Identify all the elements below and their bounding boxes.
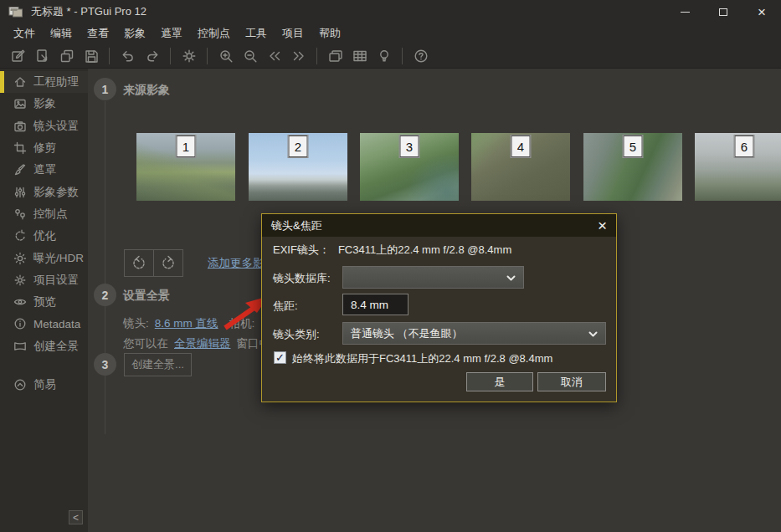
- source-image-thumbnail[interactable]: 2: [249, 133, 347, 201]
- undo-button[interactable]: [116, 45, 140, 67]
- toolbar-separator: [316, 48, 317, 64]
- image-icon: [13, 97, 27, 110]
- menu-edit[interactable]: 编辑: [43, 26, 80, 41]
- remember-data-checkbox[interactable]: ✓: [274, 351, 286, 364]
- sidebar-item-mask[interactable]: 遮罩: [0, 159, 88, 181]
- image-number-badge: 4: [511, 136, 531, 157]
- focal-length-input[interactable]: [342, 294, 408, 315]
- panorama-editor-link[interactable]: 全景编辑器: [174, 336, 231, 351]
- detail-viewer-button[interactable]: [347, 45, 372, 67]
- yes-button[interactable]: 是: [466, 372, 533, 391]
- sidebar-item-image-parameters[interactable]: 影象参数: [0, 181, 88, 202]
- zoom-in-icon: [218, 48, 234, 64]
- window-controls: ×: [665, 0, 781, 23]
- lens-type-dropdown[interactable]: 普通镜头 （不是鱼眼）: [342, 322, 606, 345]
- lens-type-value: 普通镜头 （不是鱼眼）: [351, 326, 463, 341]
- zoom-out-button[interactable]: [238, 45, 262, 67]
- sidebar-item-label: 项目设置: [33, 273, 79, 288]
- menu-view[interactable]: 查看: [80, 26, 116, 41]
- undo-icon: [120, 48, 136, 64]
- lens-database-label: 镜头数据库:: [273, 271, 331, 286]
- sidebar-item-crop[interactable]: 修剪: [0, 137, 88, 159]
- duplicate-project-button[interactable]: [54, 45, 79, 67]
- sidebar-item-label: 镜头设置: [33, 119, 79, 134]
- menu-project[interactable]: 项目: [275, 26, 311, 41]
- panorama-editor-icon: [327, 48, 344, 64]
- redo-icon: [144, 48, 161, 64]
- cancel-button[interactable]: 取消: [537, 372, 606, 391]
- close-button[interactable]: ×: [742, 0, 781, 23]
- dialog-close-button[interactable]: ×: [588, 217, 607, 233]
- sidebar-item-project-assistant[interactable]: 工程助理: [0, 71, 88, 93]
- lens-settings-link[interactable]: 8.6 mm 直线: [155, 316, 218, 331]
- toolbar-separator: [207, 48, 208, 64]
- next-image-button[interactable]: [286, 45, 311, 67]
- toolbar-separator: [170, 48, 171, 64]
- dialog-title-bar[interactable]: 镜头&焦距 ×: [262, 214, 616, 237]
- source-image-thumbnail[interactable]: 3: [360, 133, 459, 201]
- sidebar-item-simple-mode[interactable]: 简易: [0, 374, 88, 396]
- rotate-button-group: [124, 249, 183, 277]
- minimize-icon: [681, 12, 690, 13]
- menu-mask[interactable]: 遮罩: [153, 26, 190, 41]
- menu-tools[interactable]: 工具: [238, 26, 275, 41]
- sidebar-item-project-settings[interactable]: 项目设置: [0, 269, 88, 291]
- sidebar-item-images[interactable]: 影象: [0, 93, 88, 115]
- chevron-down-icon: [588, 327, 598, 340]
- rotate-cw-icon: [160, 255, 177, 272]
- sidebar-item-create-panorama[interactable]: 创建全景: [0, 335, 88, 357]
- sidebar-item-optimize[interactable]: 优化: [0, 225, 88, 247]
- control-point-assistant-button[interactable]: [372, 45, 396, 67]
- panorama-editor-button[interactable]: [323, 45, 347, 67]
- exif-lens-row: EXIF镜头： FC3411上的22.4 mm f/2.8 @8.4mm: [273, 243, 511, 258]
- menu-file[interactable]: 文件: [6, 26, 43, 41]
- image-number-badge: 3: [400, 136, 419, 157]
- sidebar-item-preview[interactable]: 预览: [0, 291, 88, 313]
- rotate-left-button[interactable]: [124, 249, 154, 277]
- crop-icon: [13, 141, 27, 155]
- sidebar-collapse-button[interactable]: <: [69, 510, 83, 524]
- source-image-thumbnail[interactable]: 5: [583, 133, 682, 201]
- save-project-button[interactable]: [79, 45, 103, 67]
- sidebar-item-metadata[interactable]: Metadata: [0, 313, 88, 335]
- lens-database-dropdown[interactable]: [342, 266, 524, 289]
- maximize-button[interactable]: [704, 0, 742, 23]
- create-panorama-button[interactable]: 创建全景...: [124, 353, 192, 376]
- image-number-badge: 1: [177, 136, 196, 157]
- lens-focal-dialog: 镜头&焦距 × EXIF镜头： FC3411上的22.4 mm f/2.8 @8…: [261, 213, 617, 402]
- open-project-button[interactable]: [30, 45, 54, 67]
- previous-icon: [266, 48, 283, 64]
- close-icon: ×: [758, 5, 766, 19]
- focal-length-label: 焦距:: [273, 299, 298, 314]
- minimize-button[interactable]: [665, 0, 704, 23]
- menu-help[interactable]: 帮助: [311, 26, 348, 41]
- zoom-in-button[interactable]: [213, 45, 238, 67]
- rotate-right-button[interactable]: [153, 249, 183, 277]
- maximize-icon: [719, 8, 727, 16]
- remember-data-label: 始终将此数据用于FC3411上的22.4 mm f/2.8 @8.4mm: [292, 351, 552, 366]
- settings-button[interactable]: [177, 45, 201, 67]
- source-image-thumbnail[interactable]: 6: [695, 133, 781, 201]
- new-project-button[interactable]: [6, 45, 30, 67]
- sidebar-item-label: 简易: [33, 377, 56, 392]
- dialog-body: EXIF镜头： FC3411上的22.4 mm f/2.8 @8.4mm 镜头数…: [262, 237, 616, 401]
- redo-button[interactable]: [140, 45, 164, 67]
- lamp-icon: [376, 48, 393, 64]
- sidebar-item-exposure-hdr[interactable]: 曝光/HDR: [0, 247, 88, 269]
- lens-type-label: 镜头类别:: [273, 327, 320, 342]
- help-button[interactable]: [408, 45, 433, 67]
- step-2-badge: 2: [94, 284, 116, 306]
- menu-images[interactable]: 影象: [116, 26, 153, 41]
- previous-image-button[interactable]: [262, 45, 286, 67]
- sidebar-item-label: 工程助理: [33, 74, 79, 90]
- refresh-icon: [13, 229, 27, 243]
- source-image-thumbnail[interactable]: 4: [471, 133, 570, 201]
- menu-control-points[interactable]: 控制点: [190, 26, 238, 41]
- sidebar-item-label: 影象: [33, 96, 56, 111]
- sidebar-item-control-points[interactable]: 控制点: [0, 203, 88, 225]
- sidebar-item-label: 创建全景: [33, 339, 79, 354]
- sliders-icon: [13, 186, 27, 199]
- source-image-thumbnail[interactable]: 1: [136, 133, 235, 201]
- camera-icon: [13, 120, 27, 133]
- sidebar-item-lens-settings[interactable]: 镜头设置: [0, 115, 88, 137]
